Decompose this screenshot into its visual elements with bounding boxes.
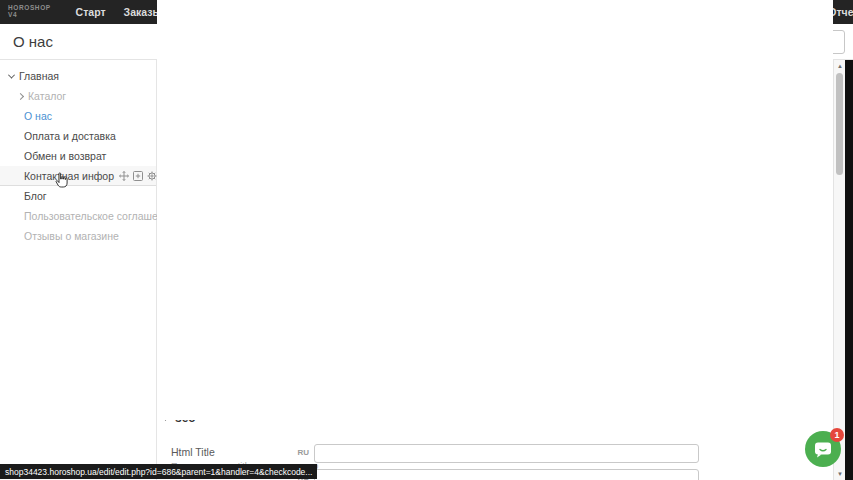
tree-item-katalog[interactable]: Каталог [0, 86, 156, 106]
add-page-icon[interactable] [133, 171, 143, 181]
tree-item-label: Блог [24, 190, 47, 202]
tree-item-blog[interactable]: Блог [0, 186, 156, 206]
chevron-right-icon[interactable] [15, 94, 25, 99]
chat-widget-button[interactable]: 1 [805, 431, 841, 467]
tree-item-label: Контактная инфор [24, 170, 114, 182]
tree-item-label: Главная [19, 70, 59, 82]
tree-item-polzovatelskoe-soglashenie[interactable]: Пользовательское соглашение [0, 206, 156, 226]
tree-item-label: О нас [24, 110, 52, 122]
tree-item-label: Отзывы о магазине [24, 230, 119, 242]
screen-right-gutter [845, 60, 853, 480]
link-status-bar: shop34423.horoshop.ua/edit/edit.php?id=6… [0, 464, 317, 479]
page: HOROSHOP V4 shop34423.horoshop.ua Старт … [0, 0, 853, 480]
tree-item-label: Пользовательское соглашение [24, 210, 175, 222]
settings-gear-icon[interactable] [147, 171, 157, 181]
tree-item-obmen-i-vozvrat[interactable]: Обмен и возврат [0, 146, 156, 166]
tree-item-glavnaya[interactable]: Главная [0, 66, 156, 86]
chat-notification-badge: 1 [830, 428, 844, 442]
pages-tree-sidebar: Главная Каталог О нас Оплата и доставка … [0, 60, 157, 480]
html-title-label: Html Title [171, 446, 285, 458]
tree-item-label: Каталог [28, 90, 66, 102]
scrollbar-thumb[interactable] [836, 73, 843, 175]
chevron-down-icon[interactable] [6, 74, 16, 79]
tree-item-label: Обмен и возврат [24, 150, 106, 162]
logo-version-text: HOROSHOP V4 [8, 5, 51, 18]
lang-ru-badge: RU [285, 448, 309, 457]
tree-item-otzyvy-o-magazine[interactable]: Отзывы о магазине [0, 226, 156, 246]
tree-item-o-nas[interactable]: О нас [0, 106, 156, 126]
html-title-ru-input[interactable] [314, 444, 699, 463]
tree-item-kontaktnaya-infor[interactable]: Контактная инфор [0, 166, 156, 186]
move-icon[interactable] [119, 171, 129, 181]
vertical-scrollbar[interactable]: ▲ ▼ [833, 60, 845, 480]
page-title: О нас [13, 33, 53, 50]
topbar: HOROSHOP V4 shop34423.horoshop.ua Старт … [0, 0, 853, 24]
tree-item-oplata-i-dostavka[interactable]: Оплата и доставка [0, 126, 156, 146]
nav-item-start[interactable]: Старт [67, 2, 115, 22]
logo-domain-text: shop34423.horoshop.ua [157, 0, 833, 420]
logo[interactable]: HOROSHOP V4 shop34423.horoshop.ua [8, 5, 51, 19]
html-title-ua-input[interactable] [314, 469, 699, 480]
tree-item-label: Оплата и доставка [24, 130, 116, 142]
